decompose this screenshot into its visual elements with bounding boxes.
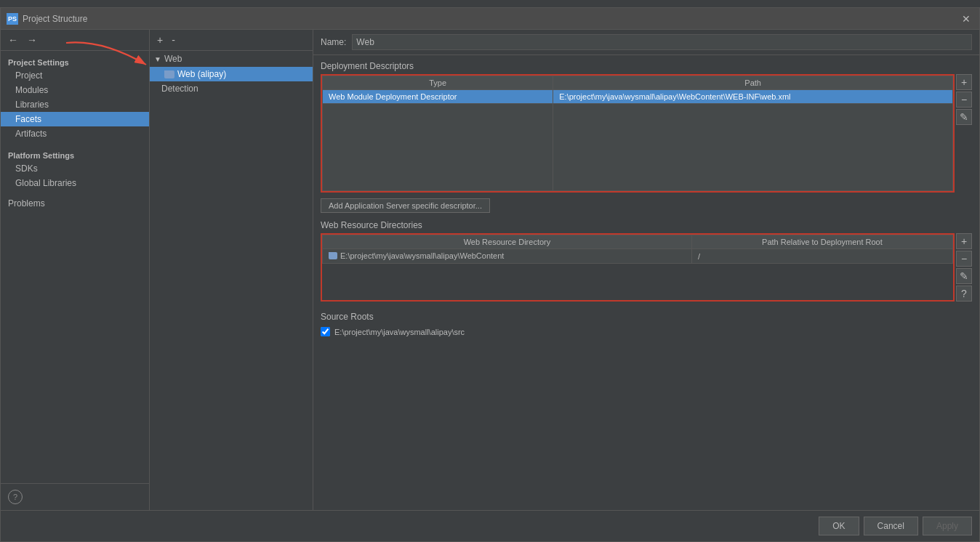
dialog-title: Project Structure (23, 14, 87, 24)
right-panel: Name: Deployment Descriptors Type (313, 30, 979, 510)
deployment-descriptors-label: Deployment Descriptors (321, 61, 972, 71)
source-roots-label: Source Roots (321, 312, 972, 322)
add-app-server-descriptor-button[interactable]: Add Application Server specific descript… (321, 198, 490, 213)
add-facet-button[interactable]: + (154, 33, 166, 47)
col-web-resource-dir: Web Resource Directory (323, 235, 692, 249)
sidebar-item-facets[interactable]: Facets (1, 112, 149, 126)
web-resource-action-buttons: + − ✎ ? (956, 233, 972, 302)
col-path-relative: Path Relative to Deployment Root (691, 235, 952, 249)
folder-icon-small (329, 252, 337, 259)
bottom-bar: OK Cancel Apply (1, 510, 979, 541)
cell-type: Web Module Deployment Descriptor (323, 90, 553, 104)
add-descriptor-btn[interactable]: + (956, 74, 972, 90)
title-bar: PS Project Structure ✕ (1, 8, 979, 30)
sidebar: ← → Project Settings Project Modules Lib… (1, 30, 150, 510)
cancel-button[interactable]: Cancel (864, 517, 918, 535)
add-web-resource-btn[interactable]: + (956, 233, 972, 249)
close-button[interactable]: ✕ (959, 12, 973, 26)
deployment-descriptors-table: Type Path Web Module Deployment Descript… (322, 76, 953, 191)
col-type: Type (323, 76, 553, 90)
apply-button[interactable]: Apply (923, 517, 972, 535)
deployment-descriptors-section: Deployment Descriptors Type Path (321, 61, 972, 213)
sidebar-item-libraries[interactable]: Libraries (1, 97, 149, 112)
deployment-descriptors-table-area: Type Path Web Module Deployment Descript… (321, 74, 972, 193)
remove-web-resource-btn[interactable]: − (956, 251, 972, 267)
tree-item-web-alipay[interactable]: Web (alipay) (150, 67, 313, 81)
middle-sub-item-detection[interactable]: Detection (150, 81, 313, 96)
sidebar-item-project[interactable]: Project (1, 68, 149, 83)
sidebar-bottom: ? (1, 483, 149, 510)
table-row[interactable]: Web Module Deployment Descriptor E:\proj… (323, 90, 953, 104)
sidebar-items: Project Settings Project Modules Librari… (1, 51, 149, 483)
middle-tree: ▼ Web Web (alipay) Detection (150, 51, 313, 510)
help-button[interactable]: ? (8, 490, 23, 504)
sidebar-item-problems[interactable]: Problems (1, 196, 149, 211)
sidebar-item-sdks[interactable]: SDKs (1, 161, 149, 176)
source-root-checkbox[interactable] (321, 327, 330, 336)
tree-root-label: ▼ Web (150, 51, 313, 67)
project-settings-label: Project Settings (1, 54, 149, 68)
table-row-empty (323, 104, 953, 191)
deployment-descriptors-table-wrapper: Type Path Web Module Deployment Descript… (321, 74, 955, 193)
app-icon: PS (7, 13, 18, 25)
name-row: Name: (313, 30, 979, 55)
forward-button[interactable]: → (24, 33, 40, 47)
middle-panel: + - ▼ Web Web (alipay) Detection (150, 30, 313, 510)
sidebar-item-modules[interactable]: Modules (1, 83, 149, 97)
sidebar-item-artifacts[interactable]: Artifacts (1, 126, 149, 141)
tree-root-text: Web (164, 54, 182, 64)
cell-path: E:\project\my\java\wysmall\alipay\WebCon… (553, 90, 953, 104)
web-resource-table-area: Web Resource Directory Path Relative to … (321, 233, 972, 302)
remove-facet-button[interactable]: - (169, 33, 178, 47)
middle-toolbar: + - (150, 30, 313, 51)
back-button[interactable]: ← (5, 33, 21, 47)
name-label: Name: (321, 37, 346, 47)
add-descriptor-button-row: Add Application Server specific descript… (321, 197, 972, 213)
right-content: Deployment Descriptors Type Path (313, 55, 979, 510)
content-area: ← → Project Settings Project Modules Lib… (1, 30, 979, 510)
source-root-path: E:\project\my\java\wysmall\alipay\src (334, 328, 465, 336)
source-root-row: E:\project\my\java\wysmall\alipay\src (321, 325, 972, 339)
remove-descriptor-btn[interactable]: − (956, 92, 972, 108)
web-resource-table: Web Resource Directory Path Relative to … (322, 235, 953, 264)
web-resource-table-wrapper: Web Resource Directory Path Relative to … (321, 233, 955, 302)
title-bar-left: PS Project Structure (7, 13, 87, 25)
source-roots-section: Source Roots E:\project\my\java\wysmall\… (321, 312, 972, 339)
ok-button[interactable]: OK (819, 517, 859, 535)
table-row[interactable]: E:\project\my\java\wysmall\alipay\WebCon… (323, 249, 953, 264)
web-resource-label: Web Resource Directories (321, 220, 972, 230)
edit-descriptor-btn[interactable]: ✎ (956, 109, 972, 125)
sidebar-item-global-libraries[interactable]: Global Libraries (1, 176, 149, 190)
edit-web-resource-btn[interactable]: ✎ (956, 268, 972, 284)
web-resource-section: Web Resource Directories Web Resource Di… (321, 220, 972, 302)
folder-icon (164, 70, 174, 78)
help-web-resource-btn[interactable]: ? (956, 286, 972, 302)
sidebar-nav-buttons: ← → (1, 30, 149, 51)
tree-arrow: ▼ (154, 55, 161, 63)
col-path: Path (553, 76, 953, 90)
tree-item-label: Web (alipay) (177, 69, 226, 79)
cell-web-resource-dir: E:\project\my\java\wysmall\alipay\WebCon… (323, 249, 692, 264)
name-input[interactable] (352, 34, 972, 50)
cell-path-relative: / (691, 249, 952, 264)
deployment-action-buttons: + − ✎ (956, 74, 972, 193)
project-structure-dialog: PS Project Structure ✕ ← → Project Setti… (0, 7, 980, 542)
platform-settings-label: Platform Settings (1, 147, 149, 161)
